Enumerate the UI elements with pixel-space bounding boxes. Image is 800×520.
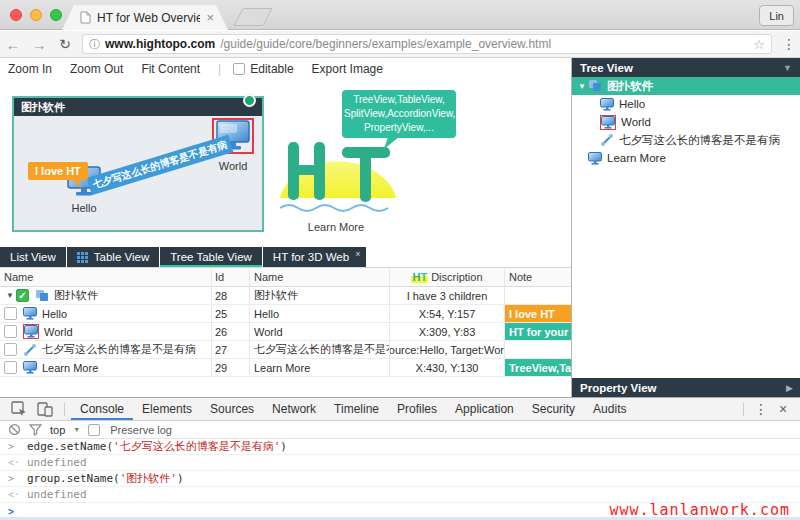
edge-icon: [23, 343, 37, 357]
browser-toolbar: ← → ↻ ⓘ www.hightopo.com/guide/guide/cor…: [0, 31, 800, 58]
bookmark-star-icon[interactable]: ☆: [753, 37, 765, 52]
collapse-arrow-icon[interactable]: ▼: [576, 82, 588, 91]
editable-checkbox[interactable]: [233, 63, 245, 75]
table-row[interactable]: World 26 World X:309, Y:83 HT for your: [0, 323, 571, 341]
export-image-button[interactable]: Export Image: [312, 62, 383, 76]
edit-point-pin-icon[interactable]: [243, 94, 256, 107]
col-header-note[interactable]: Note: [505, 268, 571, 286]
monitor-icon: [23, 307, 37, 320]
devtools-tab-security[interactable]: Security: [523, 398, 584, 420]
monitor-icon: [588, 152, 602, 165]
row-checkbox[interactable]: [4, 343, 17, 356]
preserve-log-wrap[interactable]: Preserve log: [88, 424, 172, 436]
col-header-name2[interactable]: Name: [250, 268, 390, 286]
close-window-button[interactable]: [10, 9, 22, 21]
right-panel: Tree View ▼ ▼ 图扑软件 Hello World 七夕写这么长的博客…: [571, 58, 800, 398]
page-favicon-icon: [80, 11, 91, 24]
table-row[interactable]: 七夕写这么长的博客是不是有病 27 七夕写这么长的博客是不是有病 Source:…: [0, 341, 571, 359]
back-icon[interactable]: ←: [0, 36, 26, 53]
devtools-tab-bar: Console Elements Sources Network Timelin…: [0, 398, 800, 421]
result-arrow-icon: <·: [8, 457, 20, 468]
row-checkbox[interactable]: [4, 361, 17, 374]
reload-icon[interactable]: ↻: [52, 36, 78, 52]
execution-context-selector[interactable]: top: [50, 424, 65, 436]
zoom-out-button[interactable]: Zoom Out: [70, 62, 123, 76]
monitor-icon: [23, 361, 37, 374]
devtools-tab-timeline[interactable]: Timeline: [325, 398, 388, 420]
device-toolbar-icon[interactable]: [37, 401, 53, 417]
active-prompt-icon: >: [8, 506, 20, 517]
view-tab-bar: List View Table View Tree Table View HT …: [0, 247, 571, 268]
devtools-close-icon[interactable]: ×: [774, 401, 792, 417]
tree-view-header[interactable]: Tree View ▼: [572, 58, 800, 77]
fit-content-button[interactable]: Fit Content: [141, 62, 200, 76]
url-path: /guide/guide/core/beginners/examples/exa…: [220, 37, 551, 51]
toolbar-divider: |: [218, 62, 221, 76]
tab-close-icon[interactable]: ×: [206, 11, 214, 24]
collapse-panel-icon[interactable]: ▼: [783, 63, 792, 73]
learn-more-node[interactable]: Learn More: [288, 221, 384, 233]
forward-icon[interactable]: →: [26, 36, 52, 53]
clear-console-icon[interactable]: [8, 423, 21, 436]
row-checkbox[interactable]: [4, 307, 17, 320]
expand-panel-icon[interactable]: ▶: [786, 383, 793, 393]
collapse-arrow-icon[interactable]: ▼: [4, 291, 16, 300]
result-arrow-icon: <·: [8, 489, 20, 500]
monitor-icon-selected: [23, 324, 39, 339]
graph-canvas[interactable]: 图扑软件 Hello World 七夕写这么长的博客是不是有病: [0, 80, 571, 247]
tab-title: HT for Web Overview: [97, 11, 200, 25]
col-header-discription[interactable]: HT Discription: [390, 268, 505, 286]
logo-wave: [280, 205, 388, 211]
col-header-name[interactable]: Name: [0, 268, 212, 286]
window-controls: [10, 9, 62, 21]
tree-item-hello[interactable]: Hello: [572, 95, 800, 113]
devtools-tab-elements[interactable]: Elements: [133, 398, 201, 420]
editable-checkbox-wrap[interactable]: Editable: [233, 62, 293, 76]
devtools-tab-application[interactable]: Application: [446, 398, 523, 420]
browser-menu-icon[interactable]: ⋮: [778, 36, 800, 52]
new-tab-button[interactable]: [233, 8, 273, 26]
ht-logo: [276, 138, 402, 218]
col-header-id[interactable]: Id: [212, 268, 250, 286]
devtools-tab-profiles[interactable]: Profiles: [388, 398, 446, 420]
zoom-in-button[interactable]: Zoom In: [8, 62, 52, 76]
devtools-tab-console[interactable]: Console: [71, 398, 133, 420]
devtools-menu-icon[interactable]: ⋮: [752, 401, 770, 417]
row-checkbox-checked[interactable]: ✓: [16, 289, 29, 302]
chevron-down-icon[interactable]: ▼: [73, 426, 80, 433]
filter-icon[interactable]: [29, 424, 42, 436]
monitor-icon-selected: [600, 115, 616, 130]
tree-item-learn-more[interactable]: Learn More: [572, 149, 800, 167]
browser-tab[interactable]: HT for Web Overview ×: [62, 5, 228, 30]
profile-button[interactable]: Lin: [759, 5, 794, 26]
devtools-tab-audits[interactable]: Audits: [584, 398, 635, 420]
tree-item-edge[interactable]: 七夕写这么长的博客是不是有病: [572, 131, 800, 149]
table-row[interactable]: ▼ ✓ 图扑软件 28 图扑软件 I have 3 children: [0, 287, 571, 305]
note-badge: HT for your: [505, 323, 571, 340]
devtools-tab-sources[interactable]: Sources: [201, 398, 263, 420]
tab-tree-table-view[interactable]: Tree Table View: [160, 247, 262, 267]
preserve-log-checkbox[interactable]: [88, 424, 100, 436]
table-row[interactable]: Learn More 29 Learn More X:430, Y:130 Tr…: [0, 359, 571, 377]
bubble-line: TreeView,TableView,: [344, 93, 454, 107]
fullscreen-window-button[interactable]: [50, 9, 62, 21]
page-info-icon[interactable]: ⓘ: [89, 37, 100, 52]
property-view-header[interactable]: Property View ▶: [572, 378, 800, 398]
tab-table-view[interactable]: Table View: [67, 247, 159, 267]
tab-ht-for-3d-web[interactable]: HT for 3D Web ×: [263, 247, 367, 267]
inspect-element-icon[interactable]: [11, 401, 27, 417]
table-header-row: Name Id Name HT Discription Note: [0, 268, 571, 287]
table-row[interactable]: Hello 25 Hello X:54, Y:157 I love HT: [0, 305, 571, 323]
tree-item-world[interactable]: World: [572, 113, 800, 131]
row-checkbox[interactable]: [4, 325, 17, 338]
grid-icon: [77, 252, 88, 263]
tab-close-icon[interactable]: ×: [355, 249, 360, 259]
toolbar-divider: [64, 402, 65, 416]
tree-item-group[interactable]: ▼ 图扑软件: [572, 77, 800, 95]
tab-list-view[interactable]: List View: [0, 247, 66, 267]
note-badge: TreeView,Ta: [505, 359, 571, 376]
address-bar[interactable]: ⓘ www.hightopo.com/guide/guide/core/begi…: [82, 34, 772, 54]
devtools-tab-network[interactable]: Network: [263, 398, 325, 420]
browser-titlebar: HT for Web Overview × Lin: [0, 0, 800, 30]
minimize-window-button[interactable]: [30, 9, 42, 21]
